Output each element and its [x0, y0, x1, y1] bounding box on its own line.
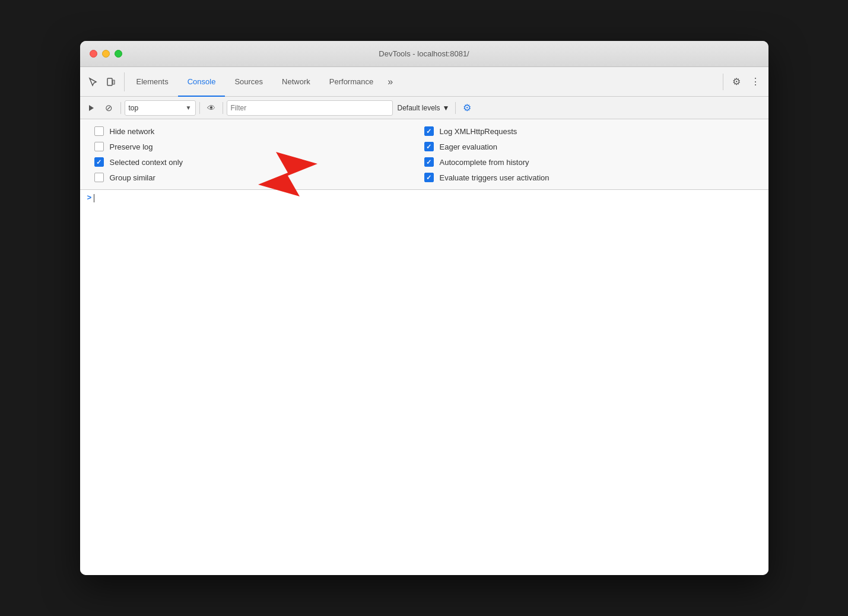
- prompt-chevron-icon: >: [87, 193, 92, 202]
- toolbar-right-group: ⚙ ⋮: [723, 74, 764, 90]
- context-selector[interactable]: top ▼: [125, 100, 196, 116]
- cursor-icon: [88, 77, 98, 87]
- close-button[interactable]: [90, 50, 97, 58]
- tab-bar: Elements Console Sources Network Perform…: [127, 67, 398, 96]
- block-icon: ⊘: [105, 103, 113, 113]
- eye-icon: 👁: [207, 103, 215, 113]
- toolbar-divider-4: [455, 102, 456, 114]
- gear-icon: ⚙: [732, 76, 741, 87]
- selected-context-label: Selected context only: [110, 158, 183, 167]
- cursor: [94, 194, 94, 202]
- play-icon: [87, 104, 96, 112]
- toolbar-divider-1: [120, 102, 121, 114]
- blue-gear-icon: ⚙: [463, 102, 471, 113]
- filter-wrapper: [227, 100, 393, 116]
- minimize-button[interactable]: [102, 50, 110, 58]
- settings-row-autocomplete: Autocomplete from history: [424, 157, 754, 167]
- chevron-down-icon: ▼: [186, 104, 192, 111]
- toolbar-divider-2: [199, 102, 200, 114]
- selected-context-checkbox[interactable]: [94, 157, 104, 167]
- more-options-button[interactable]: ⋮: [747, 74, 764, 90]
- context-value: top: [129, 104, 186, 112]
- settings-row-log-xmlhttp: Log XMLHttpRequests: [424, 126, 754, 136]
- hide-network-checkbox[interactable]: [94, 126, 104, 136]
- settings-left-column: Hide network Preserve log Selected conte…: [94, 126, 424, 182]
- tab-elements[interactable]: Elements: [127, 68, 178, 97]
- levels-label: Default levels: [398, 104, 440, 112]
- titlebar: DevTools - localhost:8081/: [80, 41, 768, 67]
- preserve-log-label: Preserve log: [110, 142, 153, 151]
- group-similar-label: Group similar: [110, 173, 155, 182]
- log-xmlhttp-label: Log XMLHttpRequests: [440, 127, 517, 136]
- settings-button[interactable]: ⚙: [728, 74, 745, 90]
- eager-eval-label: Eager evaluation: [440, 142, 498, 151]
- eager-eval-checkbox[interactable]: [424, 142, 434, 151]
- console-settings-button[interactable]: ⚙: [459, 100, 475, 116]
- console-area[interactable]: >: [80, 190, 768, 575]
- autocomplete-checkbox[interactable]: [424, 157, 434, 167]
- levels-arrow-icon: ▼: [443, 104, 450, 112]
- main-toolbar: Elements Console Sources Network Perform…: [80, 67, 768, 97]
- hide-network-label: Hide network: [110, 127, 155, 136]
- settings-panel-container: Hide network Preserve log Selected conte…: [80, 119, 768, 190]
- eye-button[interactable]: 👁: [204, 100, 219, 116]
- settings-row-hide-network: Hide network: [94, 126, 424, 136]
- devtools-window: DevTools - localhost:8081/ Elements Cons…: [80, 41, 768, 575]
- clear-console-button[interactable]: [84, 100, 99, 116]
- log-levels-button[interactable]: Default levels ▼: [395, 100, 452, 116]
- filter-input[interactable]: [231, 104, 389, 112]
- settings-row-eager-eval: Eager evaluation: [424, 142, 754, 151]
- settings-right-column: Log XMLHttpRequests Eager evaluation Aut…: [424, 126, 754, 182]
- inspect-element-button[interactable]: [85, 74, 101, 90]
- maximize-button[interactable]: [115, 50, 122, 58]
- toolbar-icon-group: [85, 72, 125, 91]
- log-xmlhttp-checkbox[interactable]: [424, 126, 434, 136]
- tab-console[interactable]: Console: [178, 68, 226, 97]
- svg-rect-0: [107, 78, 112, 85]
- svg-marker-2: [89, 105, 94, 111]
- more-vert-icon: ⋮: [751, 76, 760, 87]
- tab-network[interactable]: Network: [272, 68, 320, 97]
- tab-performance[interactable]: Performance: [320, 68, 383, 97]
- settings-row-preserve-log: Preserve log: [94, 142, 424, 151]
- window-title: DevTools - localhost:8081/: [379, 49, 469, 58]
- traffic-lights: [90, 50, 122, 58]
- autocomplete-label: Autocomplete from history: [440, 158, 529, 167]
- group-similar-checkbox[interactable]: [94, 173, 104, 182]
- settings-row-selected-context: Selected context only: [94, 157, 424, 167]
- toolbar-divider-3: [223, 102, 223, 114]
- svg-rect-1: [113, 80, 115, 84]
- settings-row-group-similar: Group similar: [94, 173, 424, 182]
- console-prompt: >: [87, 193, 761, 202]
- more-tabs-button[interactable]: »: [383, 67, 398, 96]
- preserve-log-checkbox[interactable]: [94, 142, 104, 151]
- device-icon: [106, 77, 116, 87]
- evaluate-triggers-checkbox[interactable]: [424, 173, 434, 182]
- evaluate-triggers-label: Evaluate triggers user activation: [440, 173, 550, 182]
- device-toolbar-button[interactable]: [103, 74, 119, 90]
- settings-row-evaluate-triggers: Evaluate triggers user activation: [424, 173, 754, 182]
- console-toolbar: ⊘ top ▼ 👁 Default levels ▼ ⚙: [80, 97, 768, 119]
- block-requests-button[interactable]: ⊘: [101, 100, 117, 116]
- settings-panel: Hide network Preserve log Selected conte…: [80, 119, 768, 190]
- tab-sources[interactable]: Sources: [225, 68, 272, 97]
